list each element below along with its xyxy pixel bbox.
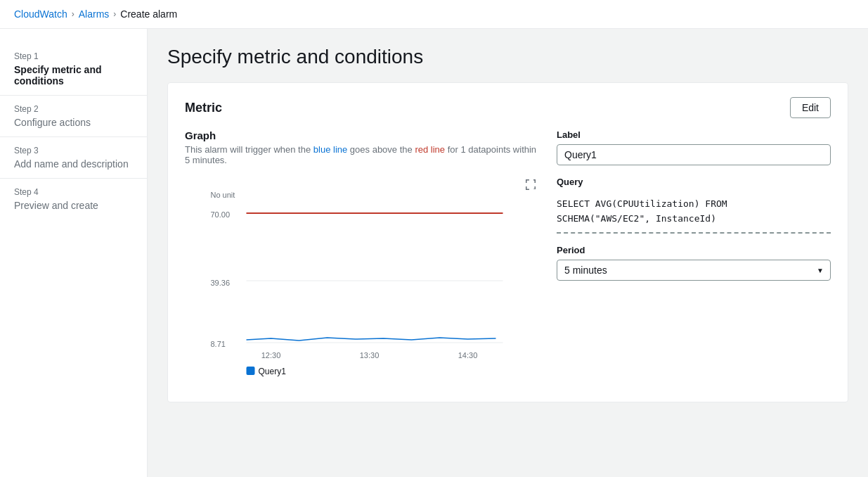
- graph-subtitle: This alarm will trigger when the blue li…: [185, 144, 540, 165]
- svg-text:No unit: No unit: [211, 191, 235, 199]
- step-3-number: Step 3: [14, 146, 133, 155]
- query-line1: SELECT AVG(CPUUtilization) FROM: [557, 198, 727, 209]
- svg-text:14:30: 14:30: [458, 351, 478, 360]
- metric-card: Metric Edit Graph This alarm will trigge…: [167, 82, 848, 402]
- breadcrumb-cloudwatch-link[interactable]: CloudWatch: [14, 8, 67, 20]
- breadcrumb-sep2: ›: [113, 9, 116, 19]
- query-line2: SCHEMA("AWS/EC2", InstanceId): [557, 213, 716, 224]
- sidebar: Step 1 Specify metric and conditions Ste…: [0, 29, 148, 477]
- edit-button[interactable]: Edit: [790, 97, 831, 118]
- graph-area: Graph This alarm will trigger when the b…: [185, 129, 831, 388]
- query-label: Query: [557, 177, 831, 187]
- period-label: Period: [557, 245, 831, 255]
- svg-text:Query1: Query1: [259, 367, 287, 376]
- sidebar-step-3[interactable]: Step 3 Add name and description: [0, 137, 147, 179]
- breadcrumb: CloudWatch › Alarms › Create alarm: [0, 0, 868, 29]
- graph-svg-wrapper: No unit 70.00 39.36 8.71: [185, 177, 540, 388]
- period-select-wrapper[interactable]: 1 minute 5 minutes 15 minutes 1 hour 6 h…: [557, 260, 831, 281]
- main-content: Specify metric and conditions Metric Edi…: [148, 29, 868, 477]
- sidebar-step-2[interactable]: Step 2 Configure actions: [0, 96, 147, 137]
- breadcrumb-current: Create alarm: [120, 8, 177, 20]
- label-field-label: Label: [557, 129, 831, 140]
- svg-text:39.36: 39.36: [211, 279, 231, 287]
- step-4-label: Preview and create: [14, 200, 133, 211]
- query-text: SELECT AVG(CPUUtilization) FROM SCHEMA("…: [557, 191, 831, 234]
- period-select[interactable]: 1 minute 5 minutes 15 minutes 1 hour 6 h…: [557, 260, 831, 281]
- sidebar-step-1[interactable]: Step 1 Specify metric and conditions: [0, 43, 147, 96]
- step-2-number: Step 2: [14, 104, 133, 114]
- graph-section-title: Graph: [185, 129, 540, 141]
- query-section: Query SELECT AVG(CPUUtilization) FROM SC…: [557, 177, 831, 234]
- svg-text:12:30: 12:30: [261, 351, 281, 360]
- svg-text:13:30: 13:30: [360, 351, 380, 360]
- graph-form-sidebar: Label Query SELECT AVG(CPUUtilization) F…: [557, 129, 831, 388]
- svg-text:70.00: 70.00: [211, 210, 231, 219]
- svg-rect-11: [247, 367, 255, 375]
- subtitle-part2: goes above the: [347, 144, 415, 155]
- subtitle-blue: blue line: [313, 144, 347, 155]
- card-header: Metric Edit: [185, 97, 831, 118]
- svg-text:8.71: 8.71: [211, 340, 226, 348]
- chart-svg: No unit 70.00 39.36 8.71: [185, 177, 540, 381]
- breadcrumb-sep1: ›: [72, 9, 75, 19]
- subtitle-part1: This alarm will trigger when the: [185, 144, 313, 155]
- step-1-number: Step 1: [14, 51, 133, 61]
- subtitle-red: red line: [415, 144, 445, 155]
- step-2-label: Configure actions: [14, 117, 133, 128]
- card-title: Metric: [185, 101, 222, 115]
- breadcrumb-alarms-link[interactable]: Alarms: [79, 8, 110, 20]
- step-1-label: Specify metric and conditions: [14, 64, 133, 87]
- graph-container: Graph This alarm will trigger when the b…: [185, 129, 540, 388]
- sidebar-step-4[interactable]: Step 4 Preview and create: [0, 179, 147, 220]
- step-4-number: Step 4: [14, 187, 133, 197]
- step-3-label: Add name and description: [14, 158, 133, 170]
- page-title: Specify metric and conditions: [167, 46, 848, 68]
- expand-icon[interactable]: [522, 177, 540, 195]
- label-input[interactable]: [557, 144, 831, 165]
